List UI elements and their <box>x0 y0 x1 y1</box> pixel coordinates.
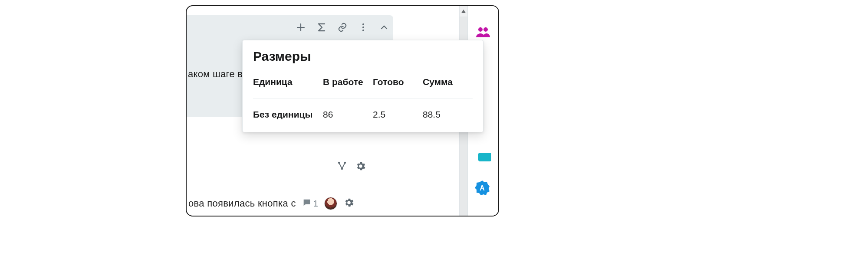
col-done: Готово <box>373 77 423 87</box>
color-tag[interactable] <box>478 153 491 161</box>
chevron-up-icon <box>379 22 389 34</box>
col-unit: Единица <box>253 77 323 87</box>
more-button[interactable] <box>357 22 370 35</box>
scroll-up-button[interactable] <box>460 6 467 16</box>
link-button[interactable] <box>336 22 349 35</box>
row-actions <box>337 161 366 174</box>
svg-point-9 <box>478 27 483 32</box>
branch-icon[interactable] <box>337 161 347 173</box>
card-toolbar <box>294 18 391 39</box>
svg-point-10 <box>483 27 488 32</box>
svg-marker-8 <box>461 10 466 13</box>
link-icon <box>337 22 348 34</box>
col-total: Сумма <box>423 77 473 87</box>
plus-icon <box>296 22 306 34</box>
svg-point-4 <box>362 30 364 31</box>
comment-count[interactable]: 1 <box>302 198 318 210</box>
task-row[interactable]: ова появилась кнопка с 1 <box>187 193 393 214</box>
sizes-table: Единица В работе Готово Сумма Без единиц… <box>253 77 473 120</box>
svg-point-3 <box>362 26 364 28</box>
comment-number: 1 <box>313 199 318 209</box>
cell-in-progress: 86 <box>323 109 373 120</box>
table-header-row: Единица В работе Готово Сумма <box>253 77 473 99</box>
task-title-fragment: ова появилась кнопка с <box>188 198 296 209</box>
sum-button[interactable] <box>315 22 328 35</box>
avatar[interactable] <box>324 197 337 210</box>
more-vertical-icon <box>358 22 368 34</box>
add-button[interactable] <box>294 22 307 35</box>
cell-unit: Без единицы <box>253 109 323 120</box>
comment-icon <box>302 198 312 210</box>
collapse-button[interactable] <box>378 22 391 35</box>
cell-done: 2.5 <box>373 109 423 120</box>
assignees-button[interactable] <box>474 24 492 42</box>
sizes-popover: Размеры Единица В работе Готово Сумма Бе… <box>242 40 483 132</box>
cell-total: 88.5 <box>423 109 473 120</box>
card-text-fragment: аком шаге в <box>188 69 243 80</box>
badge-letter: A <box>480 184 485 192</box>
col-in-progress: В работе <box>323 77 373 87</box>
verified-badge[interactable]: A <box>474 180 490 196</box>
app-window: аком шаге в ова появилась кнопка с 1 <box>186 5 499 217</box>
table-row: Без единицы 86 2.5 88.5 <box>253 99 473 120</box>
gear-icon[interactable] <box>355 161 366 174</box>
gear-icon[interactable] <box>343 197 355 210</box>
triangle-up-icon <box>461 7 466 15</box>
people-icon <box>476 26 490 39</box>
svg-point-2 <box>362 23 364 25</box>
popover-title: Размеры <box>253 49 473 64</box>
sigma-icon <box>316 22 327 34</box>
